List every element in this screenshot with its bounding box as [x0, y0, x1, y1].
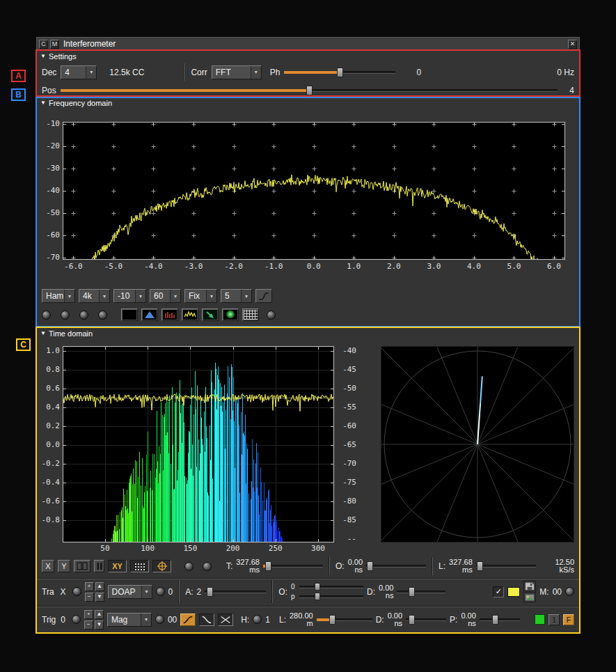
display-solid-button[interactable]	[121, 308, 138, 321]
close-button[interactable]: ✕	[568, 40, 577, 49]
window-length-slider[interactable]	[476, 561, 536, 572]
time-scale-slider[interactable]	[263, 561, 323, 572]
decrement-button[interactable]: −	[84, 620, 93, 630]
radio-ball-button[interactable]	[72, 587, 81, 596]
slider-handle[interactable]	[315, 593, 320, 600]
frequency-plot-canvas[interactable]	[63, 123, 564, 259]
scale-mode-dropdown[interactable]: Fix ▾	[184, 289, 217, 303]
settings-header[interactable]: ▼ Settings	[37, 52, 579, 61]
radio-ball-button[interactable]	[61, 311, 70, 320]
slider-handle[interactable]	[265, 561, 271, 571]
decimation-dropdown[interactable]: 4 ▾	[61, 65, 97, 79]
slider-handle[interactable]	[409, 615, 415, 625]
window-function-dropdown[interactable]: Ham ▾	[42, 289, 75, 303]
slider-handle[interactable]	[329, 615, 335, 625]
radio-ball-button[interactable]	[79, 311, 88, 320]
offset-slider-top[interactable]	[299, 583, 363, 591]
time-offset-slider[interactable]	[366, 561, 426, 572]
radio-ball-button[interactable]	[203, 562, 212, 571]
trigger-position-slider[interactable]	[480, 614, 520, 625]
trigger-level-slider[interactable]	[317, 614, 372, 625]
time-header[interactable]: ▼ Time domain	[37, 329, 579, 338]
increment-button[interactable]: +	[85, 582, 94, 591]
decrement-button[interactable]: −	[85, 593, 94, 602]
slider-handle[interactable]	[306, 86, 313, 95]
average-dropdown[interactable]: 5 ▾	[221, 289, 252, 303]
slider-handle[interactable]	[337, 68, 343, 77]
polar-plot[interactable]	[381, 346, 574, 542]
axis-tick-label: -45	[342, 366, 356, 374]
polar-plot-canvas[interactable]	[381, 347, 574, 542]
frequency-plot[interactable]	[63, 122, 565, 260]
slider-handle[interactable]	[492, 615, 498, 625]
display-scroll-button[interactable]	[202, 308, 219, 321]
snapshot-button[interactable]	[523, 592, 536, 602]
frequency-header[interactable]: ▼ Frequency domain	[37, 98, 579, 108]
slider-handle[interactable]	[315, 583, 320, 591]
trigger-mode-dropdown[interactable]: Mag ▾	[107, 613, 152, 627]
display-grid-button[interactable]	[242, 308, 259, 321]
grid-toggle-button[interactable]	[130, 560, 149, 572]
filter-response-button[interactable]	[255, 289, 272, 303]
trace-color-swatch[interactable]	[507, 587, 520, 597]
display-sphere-button[interactable]	[222, 308, 239, 321]
stack-panes-button[interactable]	[94, 560, 104, 572]
window-menu-m-button[interactable]: M	[50, 40, 59, 49]
radio-ball-button[interactable]	[253, 615, 262, 624]
radio-ball-button[interactable]	[72, 615, 81, 624]
display-spectrum-button[interactable]	[141, 308, 158, 321]
trigger-rising-button[interactable]	[180, 614, 196, 626]
trigger-delay-slider[interactable]	[406, 614, 446, 625]
x-axis-button[interactable]: X	[42, 560, 54, 572]
trigger-free-run-button[interactable]: F	[563, 614, 574, 625]
radio-ball-button[interactable]	[267, 311, 276, 320]
y-axis-button[interactable]: Y	[58, 560, 70, 572]
fft-size-dropdown[interactable]: 4k ▾	[79, 289, 110, 303]
up-button[interactable]: ▲	[95, 610, 104, 619]
radio-ball-button[interactable]	[156, 587, 165, 596]
amplitude-slider[interactable]	[205, 586, 266, 597]
db-range-dropdown[interactable]: 60 ▾	[150, 289, 181, 303]
trigger-count-box[interactable]: 1	[548, 614, 560, 625]
radio-ball-button[interactable]	[565, 587, 574, 596]
axis-tick-label: 0.2	[46, 422, 60, 430]
slider-handle[interactable]	[207, 587, 213, 597]
trigger-mode-value: Mag	[108, 615, 141, 625]
trigger-window-button[interactable]	[218, 614, 233, 626]
offset-slider-bottom[interactable]	[299, 593, 363, 601]
time-plot-canvas[interactable]	[63, 347, 333, 542]
radio-ball-button[interactable]	[155, 615, 164, 624]
corr-dropdown[interactable]: FFT ▾	[212, 65, 262, 79]
titlebar[interactable]: C M Interferometer ✕	[37, 38, 579, 51]
radio-ball-button[interactable]	[98, 311, 107, 320]
polar-toggle-button[interactable]	[152, 560, 171, 572]
xy-mode-button[interactable]: XY	[108, 560, 127, 572]
trigger-falling-button[interactable]	[199, 614, 214, 626]
axis-tick-label: 1.0	[340, 263, 368, 271]
position-slider[interactable]	[61, 85, 558, 96]
db-top-dropdown[interactable]: -10 ▾	[113, 289, 146, 303]
down-button[interactable]: ▼	[95, 593, 104, 602]
display-waterfall-button[interactable]	[161, 308, 178, 321]
slider-handle[interactable]	[409, 587, 415, 597]
trace-delay-slider[interactable]	[397, 586, 445, 597]
increment-button[interactable]: +	[84, 610, 93, 619]
split-panes-button[interactable]	[74, 560, 90, 572]
trace-visible-checkbox[interactable]: ✓	[493, 586, 504, 597]
axis-tick-label: -70	[342, 460, 356, 468]
radio-ball-button[interactable]	[184, 562, 194, 571]
slider-handle[interactable]	[367, 561, 373, 571]
up-button[interactable]: ▲	[95, 582, 104, 591]
phase-slider[interactable]	[284, 67, 395, 78]
trace-mode-value: DOAP	[109, 587, 141, 597]
chevron-glyph: ▾	[90, 69, 93, 75]
time-plot[interactable]	[63, 346, 334, 542]
display-waveform-button[interactable]	[182, 308, 198, 321]
trace-mode-dropdown[interactable]: DOAP ▾	[108, 585, 152, 599]
slider-handle[interactable]	[477, 561, 483, 571]
save-button[interactable]	[523, 581, 536, 591]
axis-tick-label: 1.0	[46, 347, 60, 355]
radio-ball-button[interactable]	[42, 311, 51, 320]
window-menu-c-button[interactable]: C	[39, 40, 48, 49]
down-button[interactable]: ▼	[95, 620, 104, 630]
